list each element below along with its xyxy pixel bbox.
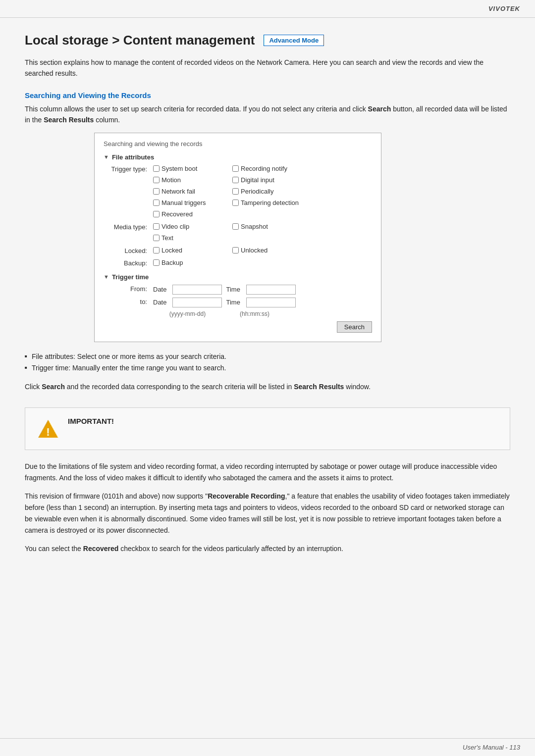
click-search-part1: Click xyxy=(25,383,42,391)
important-content: IMPORTANT! xyxy=(68,417,499,425)
checkbox-recording-notify[interactable]: Recording notify xyxy=(232,165,312,172)
trigger-type-label: Trigger type: xyxy=(104,165,153,173)
backup-checkboxes-group: Backup xyxy=(153,259,372,268)
time-format-hint: (hh:mm:ss) xyxy=(240,310,269,317)
checkbox-tampering-detection-input[interactable] xyxy=(232,200,239,206)
file-attributes-header[interactable]: ▼ File attributes xyxy=(104,153,372,161)
bullet-list: File attributes: Select one or more item… xyxy=(25,351,510,375)
checkbox-motion-input[interactable] xyxy=(153,177,160,183)
checkbox-digital-input-input[interactable] xyxy=(232,177,239,183)
locked-row: Locked: Locked Unlocked xyxy=(104,247,372,256)
checkbox-digital-input-label: Digital input xyxy=(241,176,274,184)
checkbox-video-clip-label: Video clip xyxy=(161,223,189,230)
checkbox-system-boot-label: System boot xyxy=(161,165,197,172)
checkbox-periodically-input[interactable] xyxy=(232,188,239,195)
bullet-item-1: File attributes: Select one or more item… xyxy=(25,351,510,363)
page-title: Local storage > Content management xyxy=(25,33,255,48)
to-date-input[interactable] xyxy=(172,298,222,307)
checkbox-text-input[interactable] xyxy=(153,235,160,241)
checkbox-system-boot[interactable]: System boot xyxy=(153,165,232,172)
checkbox-backup-input[interactable] xyxy=(153,259,160,266)
checkbox-manual-triggers-input[interactable] xyxy=(153,200,160,206)
from-date-input[interactable] xyxy=(172,285,222,295)
checkbox-video-clip-input[interactable] xyxy=(153,223,160,230)
checkbox-recording-notify-label: Recording notify xyxy=(241,165,287,172)
checkbox-text[interactable]: Text xyxy=(153,234,232,242)
body2-part1: This revision of firmware (0101h and abo… xyxy=(25,492,208,500)
checkbox-digital-input[interactable]: Digital input xyxy=(232,176,312,184)
checkbox-system-boot-input[interactable] xyxy=(153,165,160,172)
checkbox-locked-input[interactable] xyxy=(153,247,160,253)
click-search-part3: window. xyxy=(344,383,371,391)
checkbox-snapshot[interactable]: Snapshot xyxy=(232,223,312,230)
file-attributes-label: File attributes xyxy=(112,153,154,161)
from-time-input[interactable] xyxy=(246,285,296,295)
trigger-time-header[interactable]: ▼ Trigger time xyxy=(104,273,372,281)
warning-triangle-icon: ! xyxy=(37,418,59,440)
click-search-bold2: Search Results xyxy=(294,383,344,391)
advanced-mode-button[interactable]: Advanced Mode xyxy=(264,35,324,46)
media-type-label: Media type: xyxy=(104,223,153,231)
checkbox-text-label: Text xyxy=(161,234,173,242)
checkbox-motion[interactable]: Motion xyxy=(153,176,232,184)
body3-part1: You can select the xyxy=(25,545,83,553)
section-desc: This column allows the user to set up se… xyxy=(25,103,510,126)
date-format-hint: (yyyy-mm-dd) xyxy=(159,310,216,317)
checkbox-unlocked-input[interactable] xyxy=(232,247,239,253)
search-btn-row: Search xyxy=(104,321,372,333)
trigger-time-section: ▼ Trigger time From: Date Time to: xyxy=(104,273,372,333)
section-heading: Searching and Viewing the Records xyxy=(25,91,510,100)
checkbox-backup-label: Backup xyxy=(161,259,183,266)
warning-icon-wrap: ! xyxy=(36,417,60,441)
click-search-part2: and the recorded data corresponding to t… xyxy=(65,383,294,391)
checkbox-snapshot-label: Snapshot xyxy=(241,223,268,230)
to-row: to: Date Time xyxy=(104,298,372,307)
bullet-item-2: Trigger time: Manually enter the time ra… xyxy=(25,362,510,374)
format-hints: (yyyy-mm-dd) (hh:mm:ss) xyxy=(159,310,372,317)
body-text-1: Due to the limitations of file system an… xyxy=(25,461,510,484)
bottom-bar: User's Manual - 113 xyxy=(0,738,535,756)
checkbox-manual-triggers-label: Manual triggers xyxy=(161,199,206,206)
checkbox-unlocked[interactable]: Unlocked xyxy=(232,247,312,254)
from-label: From: xyxy=(104,285,153,293)
checkbox-network-fail[interactable]: Network fail xyxy=(153,188,232,195)
body-text-3: You can select the Recovered checkbox to… xyxy=(25,543,510,554)
checkbox-network-fail-input[interactable] xyxy=(153,188,160,195)
to-date-label: Date xyxy=(153,299,166,306)
checkbox-tampering-detection-label: Tampering detection xyxy=(241,199,299,206)
section-desc-bold: Search xyxy=(368,105,391,113)
page-title-row: Local storage > Content management Advan… xyxy=(25,33,510,48)
body3-part2: checkbox to search for the videos partic… xyxy=(118,545,343,553)
from-date-label: Date xyxy=(153,286,166,293)
checkbox-tampering-detection[interactable]: Tampering detection xyxy=(232,199,312,206)
checkbox-periodically-label: Periodically xyxy=(241,188,273,195)
checkbox-manual-triggers[interactable]: Manual triggers xyxy=(153,199,232,206)
media-type-row: Media type: Video clip Snapshot Text xyxy=(104,223,372,244)
section-desc-part1: This column allows the user to set up se… xyxy=(25,105,368,113)
checkbox-recording-notify-input[interactable] xyxy=(232,165,239,172)
search-panel-title: Searching and viewing the records xyxy=(104,140,372,148)
checkbox-backup[interactable]: Backup xyxy=(153,259,232,266)
bullet-2-text: Trigger time: Manually enter the time ra… xyxy=(32,364,226,372)
checkbox-recovered[interactable]: Recovered xyxy=(153,210,232,218)
media-checkboxes-group: Video clip Snapshot Text xyxy=(153,223,372,244)
checkbox-snapshot-input[interactable] xyxy=(232,223,239,230)
locked-checkboxes-group: Locked Unlocked xyxy=(153,247,372,256)
to-label: to: xyxy=(104,298,153,305)
page-number: User's Manual - 113 xyxy=(463,744,520,751)
to-time-input[interactable] xyxy=(246,298,296,307)
important-label: IMPORTANT! xyxy=(68,417,499,425)
body-text-2: This revision of firmware (0101h and abo… xyxy=(25,491,510,536)
locked-label: Locked: xyxy=(104,247,153,254)
search-button[interactable]: Search xyxy=(337,321,372,333)
checkbox-locked[interactable]: Locked xyxy=(153,247,232,254)
checkbox-video-clip[interactable]: Video clip xyxy=(153,223,232,230)
top-bar: VIVOTEK xyxy=(0,0,535,18)
click-search-text: Click Search and the recorded data corre… xyxy=(25,381,510,392)
from-row: From: Date Time xyxy=(104,285,372,295)
checkbox-recovered-input[interactable] xyxy=(153,211,160,217)
content-area: Local storage > Content management Advan… xyxy=(0,18,535,586)
section-desc-bold2: Search Results xyxy=(44,116,94,124)
arrow-down-icon-time: ▼ xyxy=(104,274,109,280)
checkbox-periodically[interactable]: Periodically xyxy=(232,188,312,195)
